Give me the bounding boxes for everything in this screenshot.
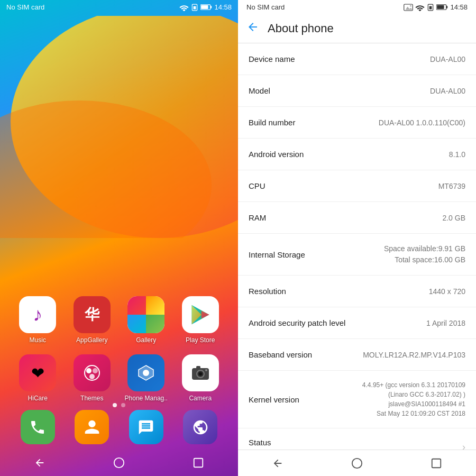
back-button[interactable] [246,21,259,36]
music-label: Music [30,336,46,344]
right-battery-icon [436,4,448,11]
svg-point-9 [93,368,98,373]
svg-rect-4 [210,6,212,8]
appgallery-label: AppGallery [76,336,107,344]
left-back-btn[interactable] [29,452,50,473]
right-back-btn[interactable] [267,453,288,474]
right-panel: No SIM card 14:58 [238,0,476,476]
right-home-btn[interactable] [346,453,368,474]
settings-item-ram[interactable]: RAM 2.0 GB [238,202,476,234]
right-time: 14:58 [450,3,468,11]
svg-rect-29 [432,459,441,468]
chevron-icon: › [462,442,465,450]
svg-point-28 [352,458,362,468]
svg-rect-24 [429,6,432,9]
settings-item-status[interactable]: Status Phone number, signal, etc. › [238,428,476,450]
wifi-icon [179,4,189,11]
phonemanager-label: Phone Manag.. [125,395,168,402]
wave-decoration [0,16,238,238]
right-bottom-nav [238,450,476,476]
left-home-btn[interactable] [108,452,130,473]
settings-item-build-number[interactable]: Build number DUA-AL00 1.0.0.110(C00) [238,107,476,139]
app-item-hicare[interactable]: ❤ HiCare [14,354,61,402]
settings-list: Device name DUA-AL00 Model DUA-AL00 Buil… [238,43,476,450]
dock-item-phone[interactable] [19,410,56,444]
left-panel: No SIM card 14:58 [0,0,238,476]
dot-inactive [121,403,125,407]
browser-dock-icon [183,410,217,444]
right-wifi-icon [415,4,425,11]
left-status-icons: 14:58 [179,3,232,11]
page-dots [113,403,125,407]
dock-item-messages[interactable] [127,410,164,444]
left-nav [0,450,238,476]
right-status-icons: 14:58 [404,3,468,11]
gallery-icon [127,296,164,333]
music-icon: ♪ [19,296,56,333]
svg-rect-1 [194,6,196,9]
themes-label: Themes [80,395,103,402]
svg-marker-21 [406,6,413,10]
svg-point-18 [114,458,124,468]
settings-item-android-version[interactable]: Android version 8.1.0 [238,139,476,170]
contacts-dock-icon [75,410,109,444]
kernel-value: 4.4.95+ (gcc version 6.3.1 20170109(Lina… [308,380,465,418]
settings-item-baseband[interactable]: Baseband version MOLY.LR12A.R2.MP.V14.P1… [238,339,476,371]
app-row-2: ❤ HiCare Themes [11,354,227,402]
playstore-icon [182,296,219,333]
settings-item-device-name[interactable]: Device name DUA-AL00 [238,43,476,75]
settings-item-security-patch[interactable]: Android security patch level 1 April 201… [238,307,476,339]
gallery-label: Gallery [136,336,156,344]
svg-point-8 [86,368,91,373]
dock-item-browser[interactable] [182,410,219,444]
left-recents-btn[interactable] [188,452,209,473]
app-item-gallery[interactable]: Gallery [122,296,170,344]
svg-point-11 [143,370,149,376]
right-sim-icon [427,4,434,11]
right-sim-label: No SIM card [246,3,285,11]
left-time: 14:58 [214,3,232,11]
left-sim-label: No SIM card [6,3,44,11]
phone-dock-icon [21,410,55,444]
svg-point-10 [89,374,95,379]
app-item-camera[interactable]: Camera [177,354,224,402]
settings-item-cpu[interactable]: CPU MT6739 [238,170,476,202]
dock-row [0,410,238,444]
app-row-1: ♪ Music 华 AppGallery [11,296,227,344]
app-grid: ♪ Music 华 AppGallery [0,296,238,413]
right-header: About phone [238,14,476,43]
messages-dock-icon [129,410,163,444]
svg-rect-3 [202,5,208,9]
settings-item-internal-storage[interactable]: Internal Storage Space available:9.91 GB… [238,234,476,276]
dot-active [113,403,117,407]
image-icon [404,4,413,11]
appgallery-icon: 华 [74,296,111,333]
page-title: About phone [268,22,334,35]
left-status-bar: No SIM card 14:58 [0,0,238,14]
app-item-phonemanager[interactable]: Phone Manag.. [122,354,170,402]
svg-point-15 [199,372,202,376]
svg-point-17 [205,369,207,371]
app-item-music[interactable]: ♪ Music [14,296,61,344]
settings-item-kernel[interactable]: Kernel version 4.4.95+ (gcc version 6.3.… [238,371,476,428]
camera-label: Camera [189,395,212,402]
themes-icon [74,354,111,391]
settings-item-model[interactable]: Model DUA-AL00 [238,75,476,107]
svg-rect-19 [194,459,203,468]
playstore-label: Play Store [186,336,215,344]
sim-icon [191,4,198,11]
phonemanager-icon [127,354,164,391]
app-item-playstore[interactable]: Play Store [177,296,224,344]
right-recents-btn[interactable] [426,453,447,474]
hicare-icon: ❤ [19,354,56,391]
svg-point-22 [410,5,411,6]
svg-rect-27 [446,6,447,8]
settings-item-resolution[interactable]: Resolution 1440 x 720 [238,276,476,307]
battery-icon [200,4,212,11]
app-item-themes[interactable]: Themes [68,354,116,402]
right-status-bar: No SIM card 14:58 [238,0,476,14]
app-item-appgallery[interactable]: 华 AppGallery [68,296,116,344]
internal-storage-value: Space available:9.91 GBTotal space:16.00… [314,243,465,266]
svg-rect-16 [196,366,200,369]
dock-item-contacts[interactable] [74,410,111,444]
